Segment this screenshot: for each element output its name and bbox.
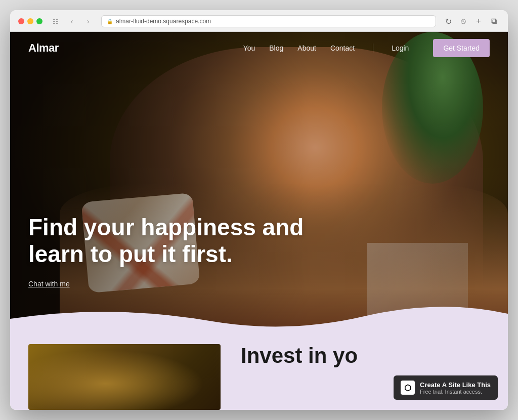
website-content: Almar You Blog About Contact Login Get S… <box>10 32 508 410</box>
nav-links: You Blog About Contact Login Get Started <box>243 39 490 57</box>
minimize-button[interactable] <box>27 18 33 24</box>
browser-window: ☷ ‹ › 🔒 almar-fluid-demo.squarespace.com… <box>10 10 508 410</box>
bottom-image <box>28 344 221 410</box>
get-started-button[interactable]: Get Started <box>433 39 490 57</box>
new-tab-button[interactable]: + <box>472 15 485 27</box>
duplicate-button[interactable]: ⧉ <box>488 15 500 27</box>
bottom-section: Invest in yo ⬡ Create A Site Like This F… <box>10 334 508 410</box>
back-button[interactable]: ‹ <box>65 16 79 26</box>
navbar: Almar You Blog About Contact Login Get S… <box>10 32 508 64</box>
hero-section: Almar You Blog About Contact Login Get S… <box>10 32 508 334</box>
lock-icon: 🔒 <box>107 19 113 24</box>
hero-content: Find your happiness and learn to put it … <box>28 214 312 289</box>
maximize-button[interactable] <box>36 18 42 24</box>
nav-link-about[interactable]: About <box>297 44 316 52</box>
bottom-headline-partial: Invest in yo <box>241 344 358 367</box>
nav-link-blog[interactable]: Blog <box>269 44 283 52</box>
squarespace-badge-title: Create A Site Like This <box>420 381 491 389</box>
refresh-button[interactable]: ↻ <box>442 15 454 27</box>
forward-button[interactable]: › <box>81 16 95 26</box>
hero-headline: Find your happiness and learn to put it … <box>28 214 312 268</box>
sidebar-toggle-icon[interactable]: ☷ <box>49 16 63 26</box>
url-display: almar-fluid-demo.squarespace.com <box>116 18 211 25</box>
browser-actions: ↻ ⎋ + ⧉ <box>442 15 500 27</box>
login-link[interactable]: Login <box>392 44 409 52</box>
traffic-lights <box>18 18 42 24</box>
nav-divider <box>373 44 373 53</box>
squarespace-badge-text: Create A Site Like This Free trial. Inst… <box>420 381 491 395</box>
squarespace-badge[interactable]: ⬡ Create A Site Like This Free trial. In… <box>394 375 498 400</box>
nav-link-contact[interactable]: Contact <box>330 44 355 52</box>
address-bar[interactable]: 🔒 almar-fluid-demo.squarespace.com <box>101 15 436 27</box>
browser-nav: ☷ ‹ › <box>49 16 95 26</box>
squarespace-badge-subtitle: Free trial. Instant access. <box>420 389 491 395</box>
site-logo[interactable]: Almar <box>28 41 59 55</box>
share-button[interactable]: ⎋ <box>457 15 469 27</box>
wave-divider <box>10 293 508 334</box>
nav-link-you[interactable]: You <box>243 44 255 52</box>
close-button[interactable] <box>18 18 24 24</box>
hero-cta-link[interactable]: Chat with me <box>28 280 70 288</box>
browser-chrome: ☷ ‹ › 🔒 almar-fluid-demo.squarespace.com… <box>10 10 508 32</box>
squarespace-logo-icon: ⬡ <box>401 381 415 395</box>
